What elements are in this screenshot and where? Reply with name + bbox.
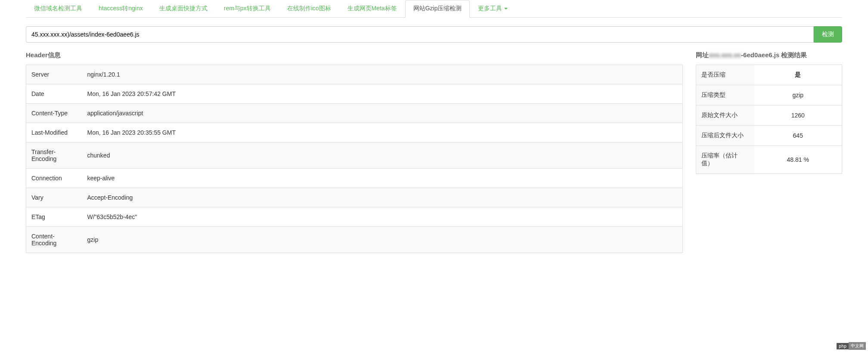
header-table: Servernginx/1.20.1DateMon, 16 Jan 2023 2… [26, 65, 683, 253]
header-value: Accept-Encoding [82, 188, 683, 207]
table-row: 压缩类型gzip [696, 85, 842, 105]
header-key: Content-Type [26, 104, 82, 123]
header-key: Server [26, 65, 82, 84]
result-section: 网址xxx.xxx.xx-6ed0aee6.js 检测结果 是否压缩是压缩类型g… [696, 51, 842, 253]
header-key: Content-Encoding [26, 227, 82, 253]
table-row: Last-ModifiedMon, 16 Jan 2023 20:35:55 G… [26, 123, 683, 142]
input-row: 检测 [26, 26, 842, 43]
result-key: 是否压缩 [696, 65, 754, 85]
result-value: 645 [754, 126, 842, 146]
result-key: 压缩率（估计值） [696, 146, 754, 174]
table-row: 是否压缩是 [696, 65, 842, 85]
header-info-title: Header信息 [26, 51, 683, 59]
header-key: ETag [26, 207, 82, 227]
header-key: Transfer-Encoding [26, 142, 82, 169]
tab-0[interactable]: 微信域名检测工具 [26, 0, 90, 17]
table-row: Servernginx/1.20.1 [26, 65, 683, 84]
header-key: Last-Modified [26, 123, 82, 142]
table-row: 压缩率（估计值）48.81 % [696, 146, 842, 174]
header-key: Vary [26, 188, 82, 207]
header-value: chunked [82, 142, 683, 169]
table-row: Transfer-Encodingchunked [26, 142, 683, 169]
result-key: 压缩类型 [696, 85, 754, 105]
header-key: Date [26, 84, 82, 104]
table-row: Content-Typeapplication/javascript [26, 104, 683, 123]
result-title-blur: xxx.xxx.xx [709, 51, 741, 59]
header-value: Mon, 16 Jan 2023 20:57:42 GMT [82, 84, 683, 104]
result-title: 网址xxx.xxx.xx-6ed0aee6.js 检测结果 [696, 51, 842, 59]
header-value: keep-alive [82, 169, 683, 188]
table-row: Content-Encodinggzip [26, 227, 683, 253]
header-value: W/"63c5b52b-4ec" [82, 207, 683, 227]
result-value: 48.81 % [754, 146, 842, 174]
result-value: 1260 [754, 105, 842, 126]
header-value: Mon, 16 Jan 2023 20:35:55 GMT [82, 123, 683, 142]
result-value: 是 [754, 65, 842, 85]
tab-1[interactable]: htaccess转nginx [90, 0, 151, 17]
header-value: gzip [82, 227, 683, 253]
result-key: 压缩后文件大小 [696, 126, 754, 146]
result-title-prefix: 网址 [696, 51, 709, 59]
header-info-section: Header信息 Servernginx/1.20.1DateMon, 16 J… [26, 51, 683, 253]
tab-6[interactable]: 网站Gzip压缩检测 [405, 0, 470, 18]
table-row: 原始文件大小1260 [696, 105, 842, 126]
result-title-suffix: -6ed0aee6.js 检测结果 [741, 51, 807, 59]
tool-tabs: 微信域名检测工具htaccess转nginx生成桌面快捷方式rem与px转换工具… [26, 0, 842, 18]
table-row: DateMon, 16 Jan 2023 20:57:42 GMT [26, 84, 683, 104]
result-value: gzip [754, 85, 842, 105]
result-table: 是否压缩是压缩类型gzip原始文件大小1260压缩后文件大小645压缩率（估计值… [696, 65, 842, 174]
caret-down-icon [504, 8, 508, 9]
tab-2[interactable]: 生成桌面快捷方式 [151, 0, 216, 17]
header-value: nginx/1.20.1 [82, 65, 683, 84]
tab-5[interactable]: 生成网页Meta标签 [339, 0, 405, 17]
tab-3[interactable]: rem与px转换工具 [216, 0, 279, 17]
table-row: ETagW/"63c5b52b-4ec" [26, 207, 683, 227]
table-row: Connectionkeep-alive [26, 169, 683, 188]
url-input[interactable] [26, 26, 814, 43]
table-row: 压缩后文件大小645 [696, 126, 842, 146]
header-value: application/javascript [82, 104, 683, 123]
tab-7[interactable]: 更多工具 [470, 0, 516, 17]
table-row: VaryAccept-Encoding [26, 188, 683, 207]
header-key: Connection [26, 169, 82, 188]
tab-4[interactable]: 在线制作ico图标 [279, 0, 339, 17]
result-key: 原始文件大小 [696, 105, 754, 126]
check-button[interactable]: 检测 [814, 26, 842, 43]
